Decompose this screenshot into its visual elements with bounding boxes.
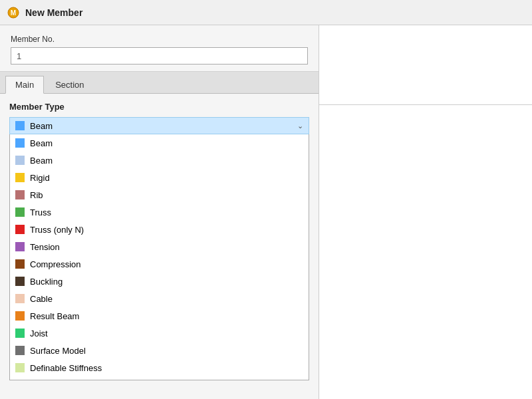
item-label: Tension xyxy=(30,242,60,252)
tab-main[interactable]: Main xyxy=(5,76,44,94)
right-panel xyxy=(319,25,532,399)
list-item[interactable]: Surface Model xyxy=(10,342,309,359)
list-item[interactable]: Beam xyxy=(10,152,309,169)
item-color-box xyxy=(15,207,25,217)
left-panel: Member No. Main Section Member Type Beam… xyxy=(0,25,319,399)
item-color-box xyxy=(15,346,25,355)
item-label: Cable xyxy=(30,294,53,304)
item-color-box xyxy=(15,311,25,321)
tabs-bar: Main Section xyxy=(0,72,319,94)
item-label: Joist xyxy=(30,329,48,338)
item-label: Truss (only N) xyxy=(30,225,84,235)
svg-text:M: M xyxy=(11,9,16,17)
item-label: Coupling Rigid-Rigid xyxy=(30,380,109,381)
item-color-box xyxy=(15,138,25,148)
chevron-down-icon: ⌄ xyxy=(297,122,303,130)
right-top-panel xyxy=(319,25,532,105)
list-item[interactable]: Buckling xyxy=(10,273,309,290)
item-label: Surface Model xyxy=(30,346,86,356)
item-label: Beam xyxy=(30,156,53,166)
item-color-box xyxy=(15,225,25,234)
tab-section[interactable]: Section xyxy=(45,76,94,93)
item-label: Truss xyxy=(30,207,51,217)
list-item[interactable]: Tension xyxy=(10,238,309,255)
item-color-box xyxy=(15,173,25,182)
list-item[interactable]: Definable Stiffness xyxy=(10,359,309,376)
item-color-box xyxy=(15,363,25,372)
member-type-dropdown[interactable]: Beam ⌄ xyxy=(9,117,309,134)
item-label: Rib xyxy=(30,190,43,200)
list-item[interactable]: Result Beam xyxy=(10,307,309,325)
title-bar: M New Member xyxy=(0,0,532,25)
right-bottom-panel xyxy=(319,105,532,399)
member-no-section: Member No. xyxy=(0,25,319,72)
member-icon: M xyxy=(7,6,20,19)
item-color-box xyxy=(15,294,25,303)
list-item[interactable]: Beam xyxy=(10,134,309,152)
list-item[interactable]: Truss xyxy=(10,203,309,221)
list-item[interactable]: Compression xyxy=(10,255,309,273)
member-type-label: Member Type xyxy=(9,102,309,112)
member-no-label: Member No. xyxy=(11,35,308,44)
item-color-box xyxy=(15,277,25,286)
item-color-box xyxy=(15,242,25,251)
item-color-box xyxy=(15,156,25,165)
list-item[interactable]: Truss (only N) xyxy=(10,221,309,238)
item-color-box xyxy=(15,190,25,200)
selected-color-box xyxy=(15,121,25,130)
list-item[interactable]: Rib xyxy=(10,186,309,203)
content-area: Member Type Beam ⌄ BeamBeamRigidRibTruss… xyxy=(0,94,319,399)
window-title: New Member xyxy=(25,7,82,18)
list-item[interactable]: Joist xyxy=(10,325,309,342)
item-label: Buckling xyxy=(30,277,63,287)
item-label: Beam xyxy=(30,138,53,148)
item-label: Compression xyxy=(30,259,81,269)
list-item[interactable]: Rigid xyxy=(10,169,309,186)
selected-item-label: Beam xyxy=(30,121,53,131)
member-no-input[interactable] xyxy=(11,47,308,65)
item-label: Definable Stiffness xyxy=(30,363,102,373)
item-color-box xyxy=(15,259,25,269)
item-label: Result Beam xyxy=(30,311,79,321)
list-item[interactable]: Coupling Rigid-Rigid xyxy=(10,376,309,380)
item-label: Rigid xyxy=(30,173,50,183)
item-color-box xyxy=(15,329,25,338)
member-type-list[interactable]: BeamBeamRigidRibTrussTruss (only N)Tensi… xyxy=(9,134,309,380)
list-item[interactable]: Cable xyxy=(10,290,309,307)
main-area: Member No. Main Section Member Type Beam… xyxy=(0,25,532,399)
